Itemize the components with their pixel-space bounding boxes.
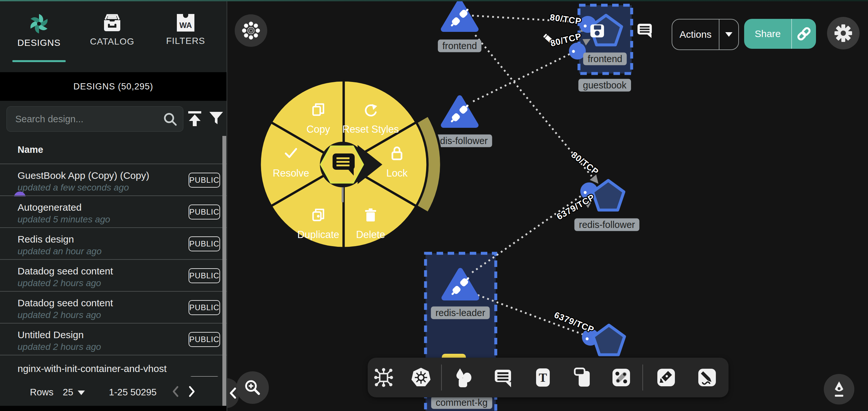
share-button[interactable]: Share: [744, 19, 816, 49]
svg-text:WA: WA: [180, 21, 192, 30]
save-icon: [590, 24, 604, 38]
pen-nib-icon: [830, 380, 848, 398]
previous-page-icon[interactable]: [170, 384, 181, 399]
design-row[interactable]: GuestBook App (Copy) (Copy) updated a fe…: [0, 164, 226, 196]
meshery-logo-icon: [28, 12, 51, 35]
pen-tool-button[interactable]: [824, 374, 854, 405]
filter-funnel-icon[interactable]: [209, 111, 224, 126]
svg-text:T: T: [539, 371, 547, 384]
design-updated: updated 5 minutes ago: [18, 214, 110, 225]
design-updated: updated 2 hours ago: [18, 342, 101, 352]
tab-designs-label: DESIGNS: [17, 38, 60, 48]
list-scrollbar[interactable]: [222, 136, 226, 406]
next-page-icon[interactable]: [186, 384, 197, 399]
tool-comment[interactable]: [493, 367, 514, 388]
design-title: GuestBook App (Copy) (Copy): [18, 170, 149, 181]
zoom-in-icon: [244, 379, 262, 397]
rows-per-page-select[interactable]: 25: [63, 387, 85, 398]
design-title: Autogenerated: [18, 202, 82, 213]
wasm-filter-icon: WA: [175, 12, 196, 33]
rows-per-page-caret-icon: [78, 390, 85, 395]
zoom-in-button[interactable]: [236, 371, 269, 404]
visibility-badge: PUBLIC: [189, 236, 220, 251]
design-updated: updated 2 hours ago: [18, 278, 101, 288]
sidebar-bottom-strip: [0, 406, 226, 411]
design-updated: updated a few seconds ago: [18, 182, 129, 193]
tool-kubernetes[interactable]: [411, 367, 431, 388]
meshsync-snowflake-icon: [241, 21, 261, 40]
link-icon: [797, 26, 811, 41]
design-list: GuestBook App (Copy) (Copy) updated a fe…: [0, 164, 226, 377]
label-guestbook-pod: frontend: [583, 53, 627, 65]
share-label: Share: [744, 28, 791, 39]
design-title: Redis design: [18, 234, 74, 245]
settings-button[interactable]: [827, 17, 860, 50]
caret-down-icon: [725, 32, 733, 37]
design-row[interactable]: Redis design updated an hour ago PUBLIC: [0, 227, 226, 260]
design-title: Datadog seed content: [18, 266, 113, 277]
rows-label: Rows: [30, 387, 54, 398]
visibility-badge: PUBLIC: [189, 332, 220, 347]
column-header-name: Name: [18, 144, 43, 155]
tool-pen-arrow[interactable]: [656, 367, 677, 388]
tab-catalog[interactable]: CATALOG: [83, 8, 142, 69]
design-updated: updated an hour ago: [18, 246, 101, 257]
visibility-badge: PUBLIC: [189, 300, 220, 315]
design-row[interactable]: Untitled Design updated 2 hours ago PUBL…: [0, 323, 226, 356]
search-design-box: [6, 106, 183, 132]
search-design-input[interactable]: [14, 107, 159, 131]
tool-shapes[interactable]: [453, 367, 474, 388]
canvas-toolbar: T: [368, 358, 728, 397]
active-tab-underline: [12, 60, 66, 62]
designs-sidebar: DESIGNS CATALOG: [0, 0, 227, 411]
tab-filters-label: FILTERS: [166, 36, 205, 46]
toolbar-divider: [642, 364, 643, 390]
design-updated: updated 2 hours ago: [18, 310, 101, 320]
label-redis-follower-pod: redis-follower: [575, 218, 640, 231]
design-title: Untitled Design: [18, 329, 84, 341]
designs-count-header: DESIGNS (50,295): [0, 72, 226, 101]
visibility-badge: PUBLIC: [189, 376, 220, 377]
tool-text[interactable]: T: [532, 367, 553, 388]
design-row[interactable]: nginx-with-init-container-and-vhost PUBL…: [0, 355, 226, 377]
comment-indicator-icon[interactable]: [637, 23, 653, 38]
meshsync-status-button[interactable]: [235, 14, 267, 47]
label-guestbook-group: guestbook: [578, 79, 631, 92]
node-frontend-service[interactable]: [437, 0, 483, 38]
pagination-bar: Rows 25 1-25 50295: [0, 380, 226, 406]
tool-component-graph[interactable]: [373, 367, 394, 388]
tool-link-edge[interactable]: [611, 367, 632, 388]
edge-redis-follower-to-guestbook[interactable]: [473, 54, 570, 101]
design-title: Datadog seed content: [18, 297, 113, 309]
toolbar-divider: [441, 364, 442, 390]
sidebar-tabbar: DESIGNS CATALOG: [0, 0, 226, 72]
actions-dropdown[interactable]: [719, 32, 738, 37]
design-row[interactable]: Autogenerated updated 5 minutes ago PUBL…: [0, 196, 226, 228]
visibility-badge: PUBLIC: [189, 268, 220, 283]
tab-filters[interactable]: WA FILTERS: [156, 8, 215, 69]
chevron-left-icon: [228, 387, 237, 400]
catalog-drawer-icon: [101, 12, 124, 34]
label-redis-leader-service: redis-leader: [431, 306, 490, 319]
tool-media[interactable]: [572, 367, 593, 388]
radial-context-menu: [234, 49, 462, 276]
design-row[interactable]: Datadog seed content updated 2 hours ago…: [0, 291, 226, 324]
label-comment-kg: comment-kg: [431, 397, 492, 409]
copy-link-button[interactable]: [792, 26, 816, 41]
kanvas-app: DESIGNS CATALOG: [0, 0, 868, 411]
design-title: nginx-with-init-container-and-vhost: [18, 363, 167, 374]
search-icon: [163, 112, 178, 127]
actions-button[interactable]: Actions: [672, 19, 739, 50]
gear-icon: [834, 24, 853, 42]
tab-catalog-label: CATALOG: [90, 36, 134, 47]
tool-freehand-draw[interactable]: [697, 367, 717, 388]
visibility-badge: PUBLIC: [189, 205, 220, 219]
pagination-range: 1-25 50295: [109, 387, 157, 398]
visibility-badge: PUBLIC: [189, 173, 220, 187]
tab-designs[interactable]: DESIGNS: [10, 8, 68, 69]
actions-label: Actions: [672, 29, 719, 40]
upload-design-icon[interactable]: [187, 111, 203, 127]
design-row[interactable]: Datadog seed content updated 2 hours ago…: [0, 259, 226, 292]
